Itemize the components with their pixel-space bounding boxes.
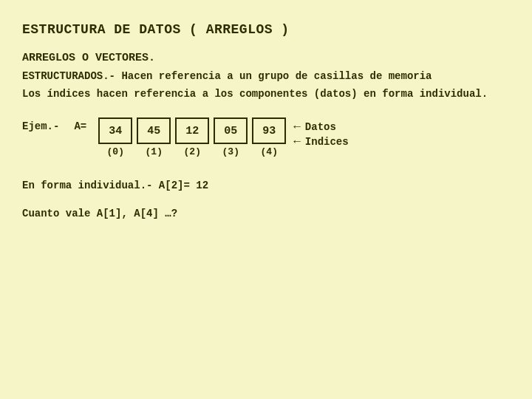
subtitle-structured: ESTRUCTURADOS.- Hacen referencia a un gr… (22, 70, 510, 82)
a-label: A= (74, 117, 86, 132)
cell-value-2: 12 (175, 117, 209, 144)
cell-index-2: (2) (184, 146, 201, 157)
page-title: ESTRUCTURA DE DATOS ( ARREGLOS ) (22, 22, 510, 37)
ejem-label: Ejem.- (22, 117, 59, 132)
cell-value-1: 45 (137, 117, 171, 144)
cell-4: 93(4) (252, 117, 286, 157)
cell-index-1: (1) (146, 146, 163, 157)
cell-0: 34(0) (98, 117, 132, 157)
cell-index-0: (0) (107, 146, 124, 157)
arrow-indices: ← Indices (293, 135, 348, 149)
subtitle-arrays: ARREGLOS O VECTORES. (22, 52, 510, 64)
cell-3: 05(3) (214, 117, 248, 157)
question-line: Cuanto vale A[1], A[4] …? (22, 208, 510, 219)
cell-1: 45(1) (137, 117, 171, 157)
arrow-indices-text: Indices (305, 136, 349, 148)
arrows-labels-container: ← Datos ← Indices (293, 117, 348, 149)
cell-index-3: (3) (222, 146, 239, 157)
cell-value-0: 34 (98, 117, 132, 144)
array-cells: 34(0)45(1)12(2)05(3)93(4) (98, 117, 286, 157)
individual-line: En forma individual.- A[2]= 12 (22, 180, 510, 191)
cell-2: 12(2) (175, 117, 209, 157)
page-container: ESTRUCTURA DE DATOS ( ARREGLOS ) ARREGLO… (0, 0, 532, 399)
arrow-indices-icon: ← (293, 135, 301, 149)
array-example-section: Ejem.- A= 34(0)45(1)12(2)05(3)93(4) ← Da… (22, 117, 510, 157)
text-indices: Los índices hacen referencia a los compo… (22, 88, 510, 100)
arrow-datos-icon: ← (293, 120, 301, 134)
arrow-datos: ← Datos (293, 120, 348, 134)
arrow-datos-text: Datos (305, 121, 336, 133)
cell-value-3: 05 (214, 117, 248, 144)
cell-value-4: 93 (252, 117, 286, 144)
cell-index-4: (4) (261, 146, 278, 157)
